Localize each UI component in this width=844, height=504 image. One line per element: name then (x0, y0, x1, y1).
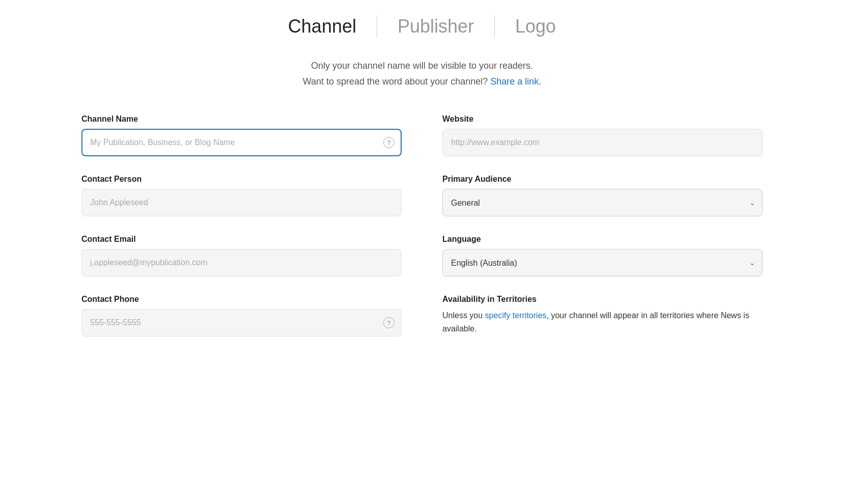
channel-name-label: Channel Name (81, 115, 402, 124)
language-select[interactable]: English (Australia) English (US) English… (442, 249, 763, 276)
availability-group: Availability in Territories Unless you s… (442, 295, 763, 335)
info-section: Only your channel name will be visible t… (81, 58, 763, 89)
primary-audience-select[interactable]: General Kids Adults Teens (442, 189, 763, 216)
language-select-wrapper: English (Australia) English (US) English… (442, 249, 763, 276)
tab-logo[interactable]: Logo (495, 16, 576, 37)
contact-phone-wrapper: ? (81, 309, 402, 337)
channel-name-wrapper: ? (81, 129, 402, 156)
contact-person-input[interactable] (81, 189, 402, 216)
availability-text: Unless you specify territories, your cha… (442, 309, 763, 335)
share-link[interactable]: Share a link (490, 76, 539, 87)
specify-territories-link[interactable]: specify territories (485, 311, 547, 320)
contact-email-input[interactable] (81, 249, 402, 276)
info-text-line1: Only your channel name will be visible t… (81, 58, 763, 74)
language-label: Language (442, 235, 763, 244)
contact-person-label: Contact Person (81, 175, 402, 184)
contact-email-group: Contact Email (81, 235, 402, 276)
website-group: Website (442, 115, 763, 156)
tab-publisher[interactable]: Publisher (377, 16, 494, 37)
availability-label: Availability in Territories (442, 295, 763, 304)
contact-phone-label: Contact Phone (81, 295, 402, 304)
tab-navigation: Channel Publisher Logo (81, 15, 763, 38)
info-text-line2: Want to spread the word about your chann… (81, 74, 763, 90)
channel-name-group: Channel Name ? (81, 115, 402, 156)
form-right-column: Website Primary Audience General Kids Ad… (442, 115, 763, 355)
contact-person-group: Contact Person (81, 175, 402, 216)
contact-email-label: Contact Email (81, 235, 402, 244)
contact-phone-input[interactable] (81, 309, 402, 337)
form-left-column: Channel Name ? Contact Person Contact Em… (81, 115, 402, 355)
primary-audience-group: Primary Audience General Kids Adults Tee… (442, 175, 763, 216)
contact-phone-group: Contact Phone ? (81, 295, 402, 337)
language-group: Language English (Australia) English (US… (442, 235, 763, 276)
primary-audience-label: Primary Audience (442, 175, 763, 184)
website-input[interactable] (442, 129, 763, 156)
tab-channel[interactable]: Channel (268, 16, 377, 37)
primary-audience-select-wrapper: General Kids Adults Teens ⌄ (442, 189, 763, 216)
form-grid: Channel Name ? Contact Person Contact Em… (81, 115, 763, 355)
website-label: Website (442, 115, 763, 124)
page-container: Channel Publisher Logo Only your channel… (0, 0, 844, 385)
channel-name-input[interactable] (81, 129, 402, 156)
